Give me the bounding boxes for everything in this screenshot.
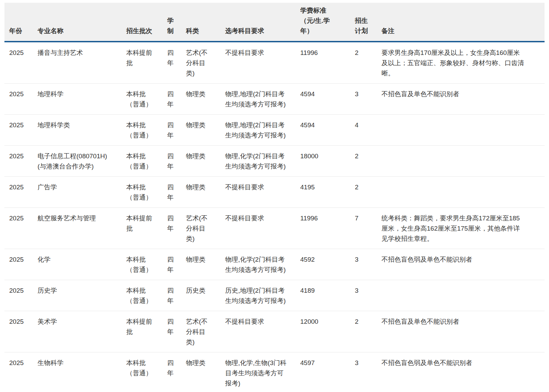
cell-year: 2025 [4, 177, 38, 208]
table-row: 2025航空服务艺术与管理本科提前批四年艺术(不分科目类)不提科目要求11996… [4, 208, 545, 249]
cell-batch: 本科批（普通） [126, 249, 167, 280]
cell-duration: 四年 [167, 177, 186, 208]
cell-year: 2025 [4, 208, 38, 249]
cell-category: 物理类 [186, 115, 225, 146]
column-header-category: 科类 [186, 3, 225, 42]
cell-category: 历史类 [186, 280, 225, 311]
cell-duration: 四年 [167, 280, 186, 311]
cell-batch: 本科提前批 [126, 311, 167, 352]
cell-remark: 不招色盲色弱及单色不能识别者 [381, 352, 545, 392]
cell-batch: 本科批（普通） [126, 352, 167, 392]
cell-year: 2025 [4, 249, 38, 280]
column-header-subjects: 选考科目要求 [225, 3, 300, 42]
cell-duration: 四年 [167, 42, 186, 84]
cell-major: 美术学 [38, 311, 126, 352]
cell-subjects: 不提科目要求 [225, 208, 300, 249]
cell-category: 艺术(不分科目类) [186, 208, 225, 249]
cell-category: 物理类 [186, 146, 225, 177]
cell-tuition: 11996 [300, 42, 355, 84]
cell-plan: 2 [355, 177, 381, 208]
table-row: 2025历史学本科批（普通）四年历史类历史,地理(2门科目考生均须选考方可报考)… [4, 280, 545, 311]
table-row: 2025广告学本科批（普通）四年物理类不提科目要求41952 [4, 177, 545, 208]
cell-plan: 3 [355, 280, 381, 311]
cell-category: 物理类 [186, 84, 225, 115]
admission-plan-table-container: 年份专业名称招生批次学制科类选考科目要求学费标准（元/生.学年）招生计划备注 2… [0, 0, 549, 392]
cell-major: 化学 [38, 249, 126, 280]
cell-year: 2025 [4, 352, 38, 392]
table-row: 2025美术学本科提前批四年艺术(不分科目类)不提科目要求120002不招色盲及… [4, 311, 545, 352]
cell-plan: 7 [355, 208, 381, 249]
table-row: 2025生物科学本科批（普通）四年物理类物理,化学,生物(3门科目考生均须选考方… [4, 352, 545, 392]
cell-major: 广告学 [38, 177, 126, 208]
cell-duration: 四年 [167, 115, 186, 146]
cell-tuition: 4195 [300, 177, 355, 208]
header-row: 年份专业名称招生批次学制科类选考科目要求学费标准（元/生.学年）招生计划备注 [4, 3, 545, 42]
cell-plan: 3 [355, 352, 381, 392]
cell-subjects: 不提科目要求 [225, 42, 300, 84]
table-body: 2025播音与主持艺术本科提前批四年艺术(不分科目类)不提科目要求119962要… [4, 42, 545, 392]
cell-remark [381, 115, 545, 146]
cell-remark: 不招色盲色弱及单色不能识别者 [381, 249, 545, 280]
cell-major: 电子信息工程(080701H)(与港澳台合作办学) [38, 146, 126, 177]
cell-category: 物理类 [186, 249, 225, 280]
cell-major: 历史学 [38, 280, 126, 311]
cell-duration: 四年 [167, 84, 186, 115]
cell-tuition: 4189 [300, 280, 355, 311]
cell-tuition: 4592 [300, 249, 355, 280]
cell-major: 生物科学 [38, 352, 126, 392]
column-header-plan: 招生计划 [355, 3, 381, 42]
cell-subjects: 物理,化学(2门科目考生均须选考方可报考) [225, 146, 300, 177]
cell-remark: 不招色盲及单色不能识别者 [381, 84, 545, 115]
cell-plan: 2 [355, 311, 381, 352]
cell-major: 地理科学 [38, 84, 126, 115]
table-row: 2025地理科学本科批（普通）四年物理类物理,地理(2门科目考生均须选考方可报考… [4, 84, 545, 115]
cell-plan: 2 [355, 146, 381, 177]
cell-batch: 本科批（普通） [126, 146, 167, 177]
column-header-year: 年份 [4, 3, 38, 42]
cell-tuition: 12000 [300, 311, 355, 352]
cell-duration: 四年 [167, 352, 186, 392]
cell-subjects: 物理,化学,生物(3门科目考生均须选考方可报考) [225, 352, 300, 392]
cell-batch: 本科批（普通） [126, 177, 167, 208]
cell-major: 播音与主持艺术 [38, 42, 126, 84]
cell-subjects: 物理,地理(2门科目考生均须选考方可报考) [225, 115, 300, 146]
cell-major: 地理科学类 [38, 115, 126, 146]
table-row: 2025化学本科批（普通）四年物理类物理,化学(2门科目考生均须选考方可报考)4… [4, 249, 545, 280]
cell-tuition: 18000 [300, 146, 355, 177]
table-header: 年份专业名称招生批次学制科类选考科目要求学费标准（元/生.学年）招生计划备注 [4, 3, 545, 42]
cell-subjects: 物理,化学(2门科目考生均须选考方可报考) [225, 249, 300, 280]
cell-remark: 统考科类：舞蹈类，要求男生身高172厘米至185厘米，女生身高162厘米至175… [381, 208, 545, 249]
cell-batch: 本科提前批 [126, 208, 167, 249]
cell-category: 艺术(不分科目类) [186, 42, 225, 84]
admission-plan-table: 年份专业名称招生批次学制科类选考科目要求学费标准（元/生.学年）招生计划备注 2… [4, 3, 545, 392]
cell-tuition: 4594 [300, 115, 355, 146]
cell-year: 2025 [4, 311, 38, 352]
cell-plan: 3 [355, 249, 381, 280]
cell-tuition: 4597 [300, 352, 355, 392]
cell-subjects: 历史,地理(2门科目考生均须选考方可报考) [225, 280, 300, 311]
cell-remark: 要求男生身高170厘米及以上，女生身高160厘米及以上；五官端正、形象较好、身材… [381, 42, 545, 84]
cell-category: 艺术(不分科目类) [186, 311, 225, 352]
cell-batch: 本科批（普通） [126, 84, 167, 115]
cell-category: 物理类 [186, 352, 225, 392]
table-row: 2025播音与主持艺术本科提前批四年艺术(不分科目类)不提科目要求119962要… [4, 42, 545, 84]
cell-remark [381, 177, 545, 208]
cell-remark [381, 146, 545, 177]
cell-duration: 四年 [167, 208, 186, 249]
cell-year: 2025 [4, 280, 38, 311]
cell-remark [381, 280, 545, 311]
cell-remark: 不招色盲及单色不能识别者 [381, 311, 545, 352]
cell-subjects: 物理,地理(2门科目考生均须选考方可报考) [225, 84, 300, 115]
cell-batch: 本科批（普通） [126, 115, 167, 146]
cell-duration: 四年 [167, 249, 186, 280]
column-header-remark: 备注 [381, 3, 545, 42]
cell-plan: 2 [355, 42, 381, 84]
cell-major: 航空服务艺术与管理 [38, 208, 126, 249]
column-header-duration: 学制 [167, 3, 186, 42]
cell-year: 2025 [4, 84, 38, 115]
cell-plan: 4 [355, 115, 381, 146]
cell-batch: 本科批（普通） [126, 280, 167, 311]
cell-year: 2025 [4, 115, 38, 146]
table-row: 2025电子信息工程(080701H)(与港澳台合作办学)本科批（普通）四年物理… [4, 146, 545, 177]
cell-duration: 四年 [167, 311, 186, 352]
